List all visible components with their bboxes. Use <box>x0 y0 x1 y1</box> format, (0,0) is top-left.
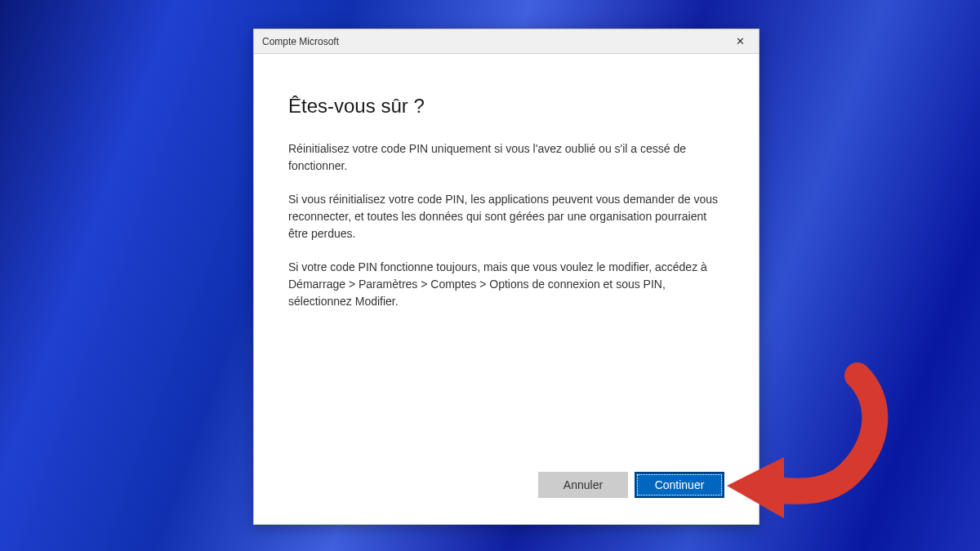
close-icon: ✕ <box>736 35 745 47</box>
dialog-heading: Êtes-vous sûr ? <box>288 95 724 118</box>
continue-button[interactable]: Continuer <box>635 472 724 498</box>
close-button[interactable]: ✕ <box>728 29 752 54</box>
dialog-content: Êtes-vous sûr ? Réinitialisez votre code… <box>254 54 759 524</box>
cancel-button[interactable]: Annuler <box>538 472 628 498</box>
dialog-paragraph-3: Si votre code PIN fonctionne toujours, m… <box>288 259 724 310</box>
button-row: Annuler Continuer <box>288 472 724 508</box>
dialog-paragraph-2: Si vous réinitialisez votre code PIN, le… <box>288 191 724 242</box>
window-title: Compte Microsoft <box>262 36 339 47</box>
titlebar: Compte Microsoft ✕ <box>254 29 759 54</box>
dialog-paragraph-1: Réinitialisez votre code PIN uniquement … <box>288 140 724 175</box>
dialog-window: Compte Microsoft ✕ Êtes-vous sûr ? Réini… <box>253 29 760 525</box>
